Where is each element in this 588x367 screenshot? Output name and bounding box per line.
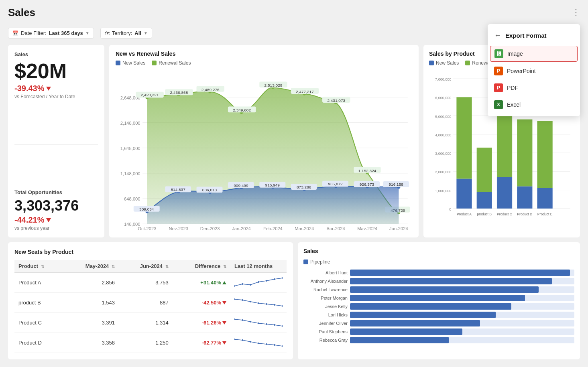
cell-product: product B: [14, 293, 64, 313]
pipeline-bar-label: Paul Stephens: [303, 329, 348, 334]
pipeline-bar-label: Rebecca Gray: [303, 338, 348, 343]
svg-text:2,466,868: 2,466,868: [170, 90, 188, 95]
cell-diff: -61.26%: [173, 313, 230, 333]
sort-jun-icon[interactable]: ⇅: [165, 264, 169, 269]
sales-kpi-card: Sales $20M -39.43% vs Forecasted / Year …: [8, 45, 104, 237]
export-icon-ppt: P: [494, 67, 503, 75]
svg-point-106: [234, 285, 235, 287]
svg-text:2,513,029: 2,513,029: [264, 83, 283, 87]
cell-jun: 3.753: [119, 273, 173, 293]
col-last12-label: Last 12 months: [234, 263, 273, 269]
page-title: Sales: [8, 6, 35, 19]
svg-text:Product E: Product E: [537, 212, 553, 216]
svg-text:1,152,324: 1,152,324: [358, 168, 376, 173]
export-back-button[interactable]: ←: [494, 31, 501, 40]
svg-text:product B: product B: [477, 212, 492, 216]
svg-point-117: [266, 303, 267, 305]
svg-text:Product C: Product C: [497, 212, 512, 216]
svg-text:5,000,000: 5,000,000: [435, 115, 451, 119]
export-item-excel[interactable]: X Excel: [488, 96, 580, 113]
export-item-image[interactable]: 🖼 Image: [490, 46, 578, 62]
pipeline-bar-label: Rachel Lawrence: [303, 287, 348, 292]
svg-text:Product D: Product D: [517, 212, 532, 216]
svg-rect-91: [456, 178, 472, 208]
chart-legend: New Sales Renewal Sales: [116, 60, 412, 66]
cell-may: 2.856: [64, 273, 119, 293]
pipeline-bar-label: Jesse Kelly: [303, 304, 348, 309]
pipeline-bar-fill: [350, 320, 480, 326]
pipeline-bar-fill: [350, 278, 552, 284]
date-filter-button[interactable]: 📅 Date Filter: Last 365 days ▼: [8, 28, 94, 39]
product-legend-new-label: New Sales: [436, 60, 459, 66]
svg-text:2,000,000: 2,000,000: [435, 170, 451, 174]
pipeline-bar-track: [350, 278, 574, 284]
sort-diff-icon[interactable]: ⇅: [223, 264, 226, 269]
cell-may: 3.391: [64, 313, 119, 333]
sort-may-icon[interactable]: ⇅: [112, 264, 115, 269]
pipeline-title: Sales: [303, 248, 574, 254]
pipeline-bar-fill: [350, 328, 462, 335]
pipeline-legend-label: Pipepline: [310, 259, 330, 265]
pipeline-bar-row: Rebecca Gray: [303, 337, 574, 343]
export-items-list: 🖼 Image P PowerPoint P PDF X Excel: [488, 46, 580, 113]
svg-rect-98: [497, 114, 512, 177]
territory-filter-button[interactable]: 🗺 Territory: All ▼: [100, 28, 152, 39]
pipeline-bar-track: [350, 328, 574, 335]
svg-rect-104: [537, 121, 552, 188]
export-dropdown: ← Export Format 🖼 Image P PowerPoint P P…: [488, 24, 580, 116]
cell-product: Product C: [14, 313, 64, 333]
cell-diff: -42.50%: [173, 293, 230, 313]
svg-text:Jan-2024: Jan-2024: [232, 226, 251, 230]
cell-sparkline: [230, 313, 287, 333]
table-row: Product D 3.358 1.250 -62.77%: [14, 333, 287, 353]
svg-text:1,648,000: 1,648,000: [120, 146, 140, 151]
pipeline-bar-row: Paul Stephens: [303, 328, 574, 335]
cell-jun: 1.250: [119, 333, 173, 353]
export-icon-xls: X: [494, 100, 503, 109]
col-product[interactable]: Product ⇅: [14, 260, 64, 273]
svg-text:Product A: Product A: [457, 212, 472, 216]
export-item-pdf[interactable]: P PDF: [488, 79, 580, 96]
more-options-icon[interactable]: ⋮: [572, 7, 580, 17]
col-jun-label: Jun-2024: [140, 263, 163, 269]
col-last12[interactable]: Last 12 months: [230, 260, 287, 273]
export-item-powerpoint[interactable]: P PowerPoint: [488, 63, 580, 79]
territory-label: Territory:: [112, 30, 132, 36]
svg-text:0: 0: [449, 207, 451, 211]
svg-point-119: [282, 305, 283, 307]
svg-text:Apr-2024: Apr-2024: [327, 226, 345, 230]
svg-text:7,000,000: 7,000,000: [435, 77, 451, 81]
col-may[interactable]: May-2024 ⇅: [64, 260, 119, 273]
svg-text:4,000,000: 4,000,000: [435, 133, 451, 137]
svg-point-133: [282, 345, 283, 347]
product-legend-new-dot: [429, 61, 434, 65]
pipeline-bar-row: Albert Hunt: [303, 270, 574, 276]
pipeline-bars: Albert Hunt Anthony Alexander Rachel Law…: [303, 270, 574, 343]
export-item-label: PowerPoint: [507, 68, 536, 74]
svg-rect-94: [477, 192, 492, 209]
col-jun[interactable]: Jun-2024 ⇅: [119, 260, 173, 273]
col-diff[interactable]: Difference ⇅: [173, 260, 230, 273]
new-seats-table: Product ⇅ May-2024 ⇅ Jun-2024 ⇅ Differ: [14, 260, 287, 353]
sort-product-icon[interactable]: ⇅: [41, 264, 44, 269]
cell-sparkline: [230, 273, 287, 293]
svg-rect-97: [497, 177, 512, 208]
pipeline-bar-track: [350, 337, 574, 343]
pipeline-bar-track: [350, 286, 574, 293]
pipeline-bar-track: [350, 312, 574, 318]
svg-text:648,000: 648,000: [124, 197, 140, 202]
svg-text:935,872: 935,872: [328, 182, 342, 187]
pipeline-bar-fill: [350, 337, 449, 343]
svg-point-109: [258, 281, 259, 283]
pipeline-bar-track: [350, 295, 574, 301]
export-icon-img: 🖼: [494, 49, 503, 58]
svg-text:2,477,217: 2,477,217: [296, 89, 314, 94]
col-diff-label: Difference: [195, 263, 221, 269]
svg-point-118: [274, 304, 275, 306]
svg-text:916,158: 916,158: [389, 182, 403, 187]
opp-vs-text: vs previous year: [14, 225, 98, 231]
map-icon: 🗺: [105, 30, 110, 36]
svg-text:873,286: 873,286: [297, 185, 311, 189]
pipeline-bar-row: Lori Hicks: [303, 312, 574, 318]
svg-point-110: [266, 280, 267, 282]
